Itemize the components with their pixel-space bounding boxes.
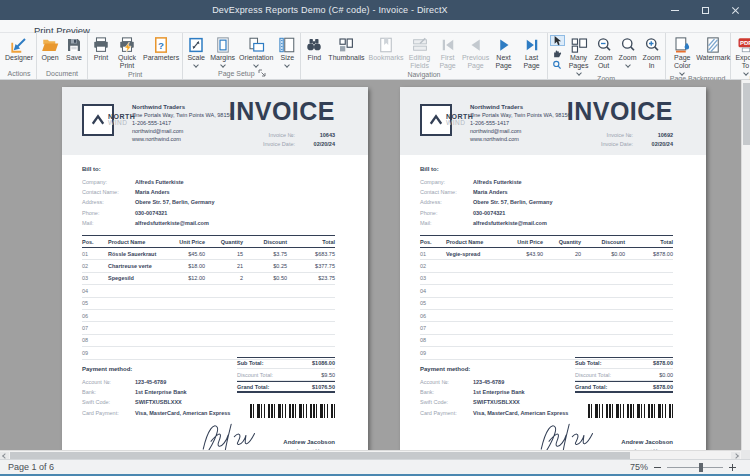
- horizontal-scrollbar-thumb[interactable]: [10, 452, 630, 459]
- scroll-left-arrow[interactable]: [0, 452, 9, 459]
- signer-name: Andrew Jacobson: [283, 439, 335, 445]
- zoom-button[interactable]: Zoom: [616, 33, 640, 67]
- horizontal-scrollbar[interactable]: [0, 450, 750, 459]
- print-button[interactable]: Print: [89, 33, 113, 62]
- table-row: 05: [420, 298, 673, 310]
- signature-block: Andrew Jacobson Account Manager: [543, 419, 673, 450]
- line-items-table: Pos. Product Name Unit Price Quantity Di…: [420, 235, 673, 360]
- group-document: Open Save Document: [37, 33, 88, 79]
- zoom-slider-thumb[interactable]: [699, 463, 703, 472]
- invoice-title: INVOICE: [229, 97, 335, 126]
- payment-method-section: Payment method: Account №:123-45-6789Ban…: [82, 366, 232, 420]
- next-page-button[interactable]: Next Page: [490, 33, 518, 70]
- table-row: 07: [420, 322, 673, 334]
- zoom-out-button[interactable]: Zoom Out: [592, 33, 616, 70]
- zoom-out-slider-button[interactable]: [654, 467, 661, 468]
- table-row: 01 Vegie-spread $43.90 20 $0.00 $878.00: [420, 248, 673, 260]
- orientation-button[interactable]: Orientation: [237, 33, 275, 67]
- export-to-button[interactable]: PDF Export To: [732, 33, 750, 75]
- first-page-button[interactable]: First Page: [434, 33, 462, 70]
- invoice-header-band: NORTH WIND Northwind Traders One Portals…: [400, 87, 706, 155]
- next-page-icon: [494, 35, 514, 54]
- payment-method-section: Payment method: Account №:123-45-6789Ban…: [420, 366, 570, 420]
- bill-to-row: Company:Alfreds Futterkiste: [82, 179, 214, 185]
- vertical-scrollbar-thumb[interactable]: [743, 83, 750, 145]
- watermark-button[interactable]: Watermark: [698, 33, 729, 62]
- designer-button[interactable]: Designer: [3, 33, 35, 62]
- last-page-button[interactable]: Last Page: [518, 33, 546, 70]
- payment-row: Bank:1st Enterprise Bank: [82, 389, 232, 395]
- export-pdf-icon: PDF: [735, 35, 750, 54]
- save-icon: [64, 35, 84, 54]
- payment-row: Card Payment:Visa, MasterCard, American …: [420, 410, 570, 416]
- minimize-button[interactable]: [660, 0, 690, 20]
- bill-to-row: Mail:alfredsfutterkiste@mail.com: [420, 220, 552, 226]
- zoom-in-button[interactable]: Zoom In: [640, 33, 664, 70]
- table-row: 08: [82, 335, 335, 347]
- zoom-out-icon: [594, 35, 614, 54]
- payment-row: Bank:1st Enterprise Bank: [420, 389, 570, 395]
- zoom-control: 75%: [630, 462, 736, 472]
- bill-to-section: Bill to: Company:Alfreds FutterkisteCont…: [82, 166, 214, 230]
- zoom-in-icon: [642, 35, 662, 54]
- page-setup-dialog-launcher[interactable]: [258, 69, 266, 77]
- signature-scribble-icon: [197, 419, 267, 450]
- status-bar: Page 1 of 6 75%: [0, 459, 750, 474]
- discount-total-value: $9.50: [321, 372, 335, 378]
- thumbnails-button[interactable]: Thumbnails: [326, 33, 366, 62]
- group-print: Print Quick Print ? Parameters Print: [88, 33, 183, 79]
- zoom-percent: 75%: [630, 462, 648, 472]
- grand-total-value: $878.00: [653, 384, 673, 390]
- preview-surface[interactable]: NORTH WIND Northwind Traders One Portals…: [0, 80, 750, 450]
- ribbon: Designer Actions Open Save Document: [0, 33, 750, 80]
- margins-button[interactable]: Margins: [208, 33, 237, 67]
- parameters-button[interactable]: ? Parameters: [141, 33, 181, 62]
- bookmarks-button[interactable]: Bookmarks: [367, 33, 406, 62]
- invoice-meta: Invoice №:10643 Invoice Date:02/20/24: [263, 132, 335, 150]
- find-button[interactable]: Find: [302, 33, 326, 62]
- magnifier-tool-button[interactable]: [550, 59, 565, 70]
- group-export: PDF Export To PDF E-Mail As Export: [731, 33, 750, 79]
- table-row: 01 Rössle Sauerkraut $45.60 15 $3.75 $68…: [82, 248, 335, 260]
- group-page-background: Page Color Watermark Page Background: [666, 33, 731, 79]
- quick-print-button[interactable]: Quick Print: [113, 33, 141, 70]
- zoom-slider-track[interactable]: [667, 467, 723, 468]
- bill-to-row: Address:Obere Str. 57, Berlin, Germany: [420, 199, 552, 205]
- editing-fields-button[interactable]: Editing Fields: [406, 33, 434, 70]
- open-folder-icon: [40, 35, 60, 54]
- many-pages-button[interactable]: Many Pages: [566, 33, 592, 75]
- save-button[interactable]: Save: [62, 33, 86, 62]
- close-button[interactable]: [720, 0, 750, 20]
- barcode: [250, 404, 335, 418]
- scroll-right-arrow[interactable]: [731, 452, 740, 459]
- zoom-dropdown-caret: [625, 62, 631, 68]
- hand-icon: [552, 48, 562, 58]
- bill-to-row: Contact Name:Maria Anders: [420, 189, 552, 195]
- bill-to-row: Contact Name:Maria Anders: [82, 189, 214, 195]
- company-logo: NORTH WIND: [420, 104, 473, 136]
- invoice-number: 10692: [643, 132, 673, 138]
- invoice-meta: Invoice №:10692 Invoice Date:02/20/24: [601, 132, 673, 150]
- company-info: Northwind Traders One Portals Way, Twin …: [132, 103, 233, 144]
- pointer-tool-button[interactable]: [550, 35, 565, 46]
- vertical-scrollbar[interactable]: [741, 80, 750, 450]
- group-label-page-setup: Page Setup: [218, 70, 255, 77]
- table-row: 02: [420, 260, 673, 272]
- svg-text:?: ?: [158, 39, 164, 50]
- zoom-in-slider-button[interactable]: [729, 464, 736, 471]
- invoice-title: INVOICE: [567, 97, 673, 126]
- orientation-icon: [246, 35, 266, 54]
- scale-button[interactable]: Scale: [184, 33, 208, 67]
- group-actions: Designer Actions: [2, 33, 37, 79]
- group-label-document: Document: [38, 67, 86, 79]
- window-title: DevExpress Reports Demo (C# code) - Invo…: [0, 5, 660, 15]
- group-label-navigation: Navigation: [302, 70, 545, 79]
- open-button[interactable]: Open: [38, 33, 62, 62]
- size-button[interactable]: Size: [275, 33, 299, 67]
- maximize-button[interactable]: [690, 0, 720, 20]
- invoice-page-1: NORTH WIND Northwind Traders One Portals…: [62, 87, 368, 450]
- ribbon-tab-row: Print Preview: [0, 20, 750, 33]
- previous-page-button[interactable]: Previous Page: [462, 33, 490, 70]
- hand-tool-button[interactable]: [550, 47, 565, 58]
- page-color-button[interactable]: Page Color: [667, 33, 698, 75]
